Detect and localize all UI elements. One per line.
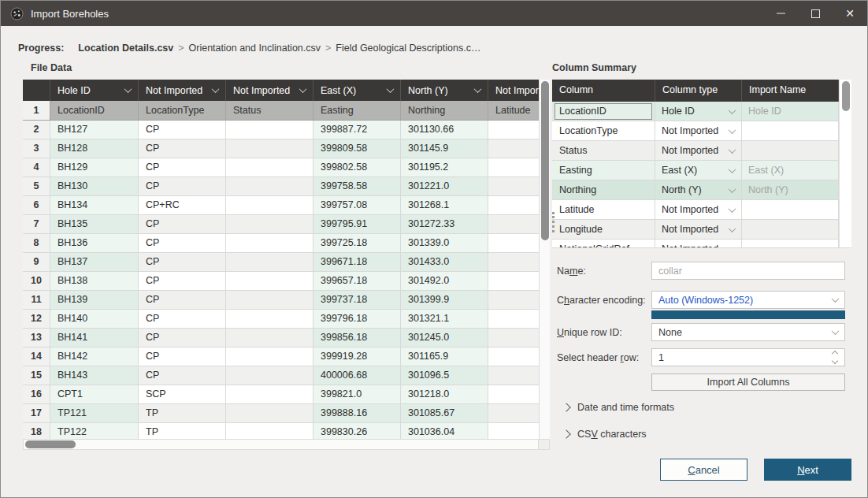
- file-cell: [226, 347, 313, 366]
- chevron-down-icon: [832, 358, 838, 364]
- summary-column-type-dropdown[interactable]: Not Imported: [655, 121, 742, 141]
- summary-vertical-scrollbar[interactable]: [839, 80, 851, 248]
- file-cell: 301245.0: [401, 329, 488, 347]
- row-number: 4: [23, 158, 50, 177]
- summary-column-cell[interactable]: Longitude: [552, 220, 655, 240]
- file-table-row: 17 TP121 TP 399888.16 301085.67: [23, 404, 550, 423]
- summary-column-type-dropdown[interactable]: Not Imported: [655, 220, 742, 240]
- summary-import-name-cell[interactable]: [742, 200, 839, 220]
- file-cell: TP: [139, 423, 226, 439]
- date-time-formats-expander[interactable]: Date and time formats: [563, 402, 674, 413]
- file-cell: 399657.18: [313, 272, 401, 291]
- row-number: 18: [23, 423, 50, 439]
- summary-column-type-dropdown[interactable]: Not Imported: [655, 141, 742, 161]
- name-input[interactable]: collar: [651, 262, 845, 280]
- file-cell: 399725.18: [313, 234, 401, 253]
- file-cell: 399830.26: [313, 423, 401, 439]
- expander-label: CSV characters: [577, 429, 647, 440]
- summary-import-name-cell[interactable]: North (Y): [742, 180, 839, 200]
- summary-row: Northing North (Y) North (Y): [552, 180, 839, 200]
- close-button[interactable]: ✕: [833, 1, 867, 26]
- row-number: 6: [23, 196, 50, 215]
- minimize-icon: [777, 13, 785, 14]
- file-table-row: 12 BH140 CP 399796.18 301321.1: [23, 310, 550, 329]
- csv-header-cell: LocationID: [50, 101, 139, 121]
- file-cell: CP: [139, 366, 226, 385]
- summary-column-cell[interactable]: Latitude: [552, 200, 655, 220]
- chevron-down-icon: [729, 165, 736, 173]
- file-table-vertical-scrollbar[interactable]: [539, 80, 550, 439]
- import-all-columns-button[interactable]: Import All Columns: [651, 374, 845, 391]
- summary-column-type-dropdown[interactable]: North (Y): [655, 180, 742, 200]
- file-cell: BH136: [50, 234, 139, 253]
- next-button[interactable]: Next: [764, 459, 851, 481]
- file-cell: CP: [139, 215, 226, 234]
- summary-column-cell[interactable]: Easting: [552, 161, 655, 180]
- summary-column-cell[interactable]: LocationType: [552, 121, 655, 141]
- summary-import-name-cell[interactable]: [742, 141, 839, 161]
- summary-row: Longitude Not Imported: [552, 220, 839, 240]
- summary-column-type-dropdown[interactable]: Hole ID: [655, 102, 742, 121]
- summary-import-name-cell[interactable]: East (X): [742, 161, 839, 180]
- import-boreholes-dialog: Import Boreholes ✕ Progress:Location Det…: [0, 0, 868, 498]
- file-column-header-dropdown[interactable]: Not Imported: [226, 80, 313, 101]
- file-table-horizontal-scrollbar[interactable]: [23, 439, 539, 450]
- csv-header-cell: LocationType: [139, 101, 226, 121]
- column-type-value: Not Imported: [662, 145, 718, 156]
- summary-column-type-dropdown[interactable]: East (X): [655, 161, 742, 180]
- summary-column-name: Northing: [555, 182, 652, 199]
- file-cell: [226, 215, 313, 234]
- summary-import-name-cell[interactable]: [742, 121, 839, 141]
- chevron-down-icon: [729, 106, 736, 114]
- file-cell: 301399.9: [401, 291, 488, 310]
- unique-row-id-select[interactable]: None: [651, 323, 845, 341]
- file-cell: CP: [139, 329, 226, 347]
- file-column-header-dropdown[interactable]: East (X): [313, 80, 401, 101]
- file-cell: CP: [139, 347, 226, 366]
- expander-label: Date and time formats: [577, 402, 674, 413]
- csv-characters-expander[interactable]: CSV characters: [563, 429, 647, 440]
- file-cell: 399796.18: [313, 310, 401, 329]
- summary-import-name-cell[interactable]: [742, 240, 839, 248]
- file-cell: CP: [139, 272, 226, 291]
- character-encoding-select[interactable]: Auto (Windows-1252): [651, 291, 845, 309]
- header-row-stepper[interactable]: 1: [651, 348, 845, 366]
- row-number: 12: [23, 310, 50, 329]
- breadcrumb-step-current: Location Details.csv: [78, 43, 173, 54]
- character-encoding-value: Auto (Windows-1252): [658, 295, 833, 306]
- file-cell: 399757.08: [313, 196, 401, 215]
- row-number: 17: [23, 404, 50, 423]
- column-header-label: Not Imported: [146, 80, 202, 101]
- file-table-row: 4 BH129 CP 399802.58 301195.2: [23, 158, 550, 177]
- minimize-button[interactable]: [763, 1, 798, 26]
- maximize-button[interactable]: [798, 1, 833, 26]
- column-type-value: Hole ID: [662, 106, 695, 117]
- cancel-button[interactable]: Cancel: [660, 459, 747, 481]
- pane-splitter-handle[interactable]: [552, 212, 555, 232]
- file-cell: BH127: [50, 121, 139, 139]
- chevron-down-icon: [729, 205, 736, 213]
- file-cell: 301221.0: [401, 177, 488, 196]
- summary-column-type-dropdown[interactable]: Not Imported: [655, 200, 742, 220]
- chevron-down-icon: [212, 85, 220, 93]
- summary-row: LocationID Hole ID Hole ID: [552, 102, 839, 121]
- scrollbar-thumb[interactable]: [25, 440, 76, 448]
- summary-column-name: Longitude: [555, 221, 652, 238]
- summary-import-name-cell[interactable]: [742, 220, 839, 240]
- summary-column-cell[interactable]: NationalGridRef: [552, 240, 655, 248]
- scrollbar-thumb[interactable]: [842, 81, 850, 111]
- summary-column-cell[interactable]: Northing: [552, 180, 655, 200]
- file-column-header-dropdown[interactable]: North (Y): [401, 80, 488, 101]
- file-table-row: 16 CPT1 SCP 399821.0 301218.0: [23, 385, 550, 404]
- breadcrumb: Progress:Location Details.csv>Orientatio…: [18, 43, 480, 54]
- file-column-header-dropdown[interactable]: Not Imported: [139, 80, 226, 101]
- summary-import-name-cell[interactable]: Hole ID: [742, 102, 839, 121]
- scrollbar-thumb[interactable]: [541, 81, 549, 240]
- summary-column-cell[interactable]: Status: [552, 141, 655, 161]
- file-column-header-dropdown[interactable]: Hole ID: [50, 80, 139, 101]
- summary-column-type-dropdown[interactable]: Not Imported: [655, 240, 742, 248]
- file-cell: CP: [139, 121, 226, 139]
- stepper-arrows[interactable]: [833, 351, 837, 363]
- summary-column-cell[interactable]: LocationID: [552, 102, 655, 121]
- column-header-label: Hole ID: [57, 80, 91, 101]
